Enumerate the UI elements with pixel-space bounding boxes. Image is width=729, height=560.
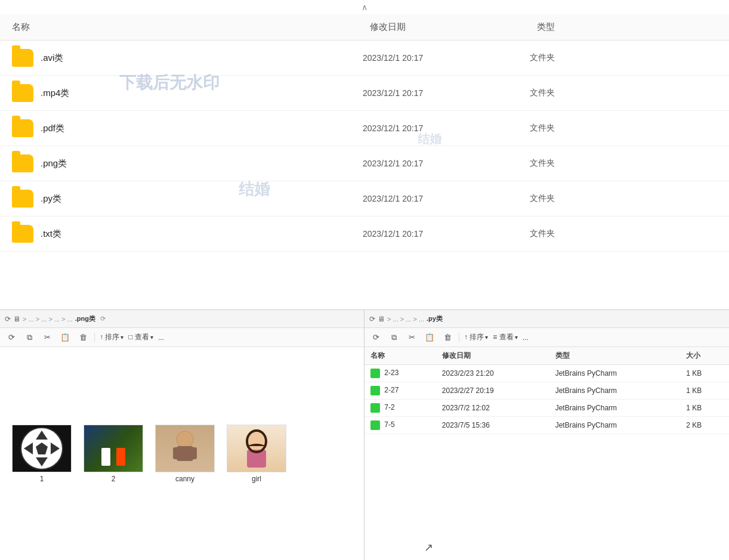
monitor-icon[interactable]: 🖥 xyxy=(13,315,20,323)
folder-row[interactable]: .mp4类 2023/12/1 20:17 文件夹 xyxy=(0,76,729,111)
thumb-label-1: 1 xyxy=(40,475,44,483)
py-sep1 xyxy=(459,333,459,342)
py-toolbar: ⟳ ⧉ ✂ 📋 🗑 ↑ 排序 ▾ ≡ 查看 ▾ ... xyxy=(364,328,729,347)
bottom-panels: ⟳ 🖥 > ... > ... > ... > ... .png类 ⟳ ⟳ ⧉ … xyxy=(0,310,729,560)
folder-row[interactable]: .png类 2023/12/1 20:17 文件夹 xyxy=(0,146,729,181)
py-tb-cut[interactable]: ✂ xyxy=(405,331,418,344)
png-tb-view[interactable]: □ 查看 ▾ xyxy=(128,332,153,342)
py-tb-back[interactable]: ⟳ xyxy=(369,331,382,344)
thumb-item-2[interactable]: 2 xyxy=(84,425,143,483)
folder-name: .txt类 xyxy=(41,228,363,240)
py-file-date: 2023/7/5 15:36 xyxy=(436,417,549,434)
py-file-size: 1 KB xyxy=(680,382,729,400)
folder-row[interactable]: .avi类 2023/12/1 20:17 文件夹 xyxy=(0,41,729,76)
py-file-date: 2023/2/23 21:20 xyxy=(436,365,549,382)
thumb-label-girl: girl xyxy=(252,475,261,483)
folder-icon xyxy=(12,49,33,67)
top-file-panel: ∧ 名称 修改日期 类型 下载后无水印 结婚 结婚 .avi类 2023/12/… xyxy=(0,0,729,310)
py-col-type[interactable]: 类型 xyxy=(549,347,680,365)
py-file-size: 2 KB xyxy=(680,417,729,434)
py-file-row[interactable]: 2-23 2023/2/23 21:20 JetBrains PyCharm 1… xyxy=(364,365,729,382)
thumb-img-2 xyxy=(84,425,143,472)
py-file-size: 1 KB xyxy=(680,365,729,382)
folder-name: .png类 xyxy=(41,158,363,169)
folder-type: 文件夹 xyxy=(530,158,555,169)
folder-date: 2023/12/1 20:17 xyxy=(363,159,530,168)
folder-icon xyxy=(12,225,33,243)
col-header-date[interactable]: 修改日期 xyxy=(370,21,537,33)
png-thumbnails: 1 2 cann xyxy=(0,347,364,560)
py-col-name[interactable]: 名称 xyxy=(364,347,436,365)
folder-list: .avi类 2023/12/1 20:17 文件夹 .mp4类 2023/12/… xyxy=(0,41,729,252)
png-tb-delete[interactable]: 🗑 xyxy=(76,331,89,344)
folder-date: 2023/12/1 20:17 xyxy=(363,88,530,98)
thumb-item-1[interactable]: 1 xyxy=(12,425,72,483)
py-panel: ⟳ 🖥 > ... > ... > ... .py类 ⟳ ⧉ ✂ 📋 🗑 ↑ 排… xyxy=(364,310,729,560)
folder-type: 文件夹 xyxy=(530,52,555,63)
py-tb-view[interactable]: ≡ 查看 ▾ xyxy=(493,332,517,342)
thumb-label-2: 2 xyxy=(112,475,116,483)
py-file-size: 1 KB xyxy=(680,400,729,417)
png-tb-cut[interactable]: ✂ xyxy=(41,331,54,344)
png-tb-back[interactable]: ⟳ xyxy=(5,331,18,344)
png-addr-prefix: > ... > ... > ... > ... xyxy=(23,315,73,323)
col-header-name[interactable]: 名称 xyxy=(12,21,370,33)
svg-rect-7 xyxy=(177,446,193,461)
py-addr-current: .py类 xyxy=(427,314,443,323)
png-tb-more[interactable]: ... xyxy=(158,333,164,342)
py-addressbar: ⟳ 🖥 > ... > ... > ... .py类 xyxy=(364,310,729,328)
folder-icon xyxy=(12,190,33,208)
png-toolbar: ⟳ ⧉ ✂ 📋 🗑 ↑ 排序 ▾ □ 查看 ▾ ... xyxy=(0,328,364,347)
column-headers: 名称 修改日期 类型 xyxy=(0,14,729,41)
py-file-type: JetBrains PyCharm xyxy=(549,382,680,400)
svg-rect-8 xyxy=(173,447,179,459)
thumb-item-canny[interactable]: canny xyxy=(155,425,215,483)
py-addr-prefix: > ... > ... > ... xyxy=(387,315,424,323)
folder-type: 文件夹 xyxy=(530,193,555,204)
png-tb-sort[interactable]: ↑ 排序 ▾ xyxy=(100,332,123,342)
folder-name: .avi类 xyxy=(41,52,363,64)
png-addressbar: ⟳ 🖥 > ... > ... > ... > ... .png类 ⟳ xyxy=(0,310,364,328)
py-tb-more[interactable]: ... xyxy=(523,333,529,342)
py-tb-paste[interactable]: 📋 xyxy=(423,331,436,344)
py-file-name: 7-5 xyxy=(364,417,436,434)
png-panel: ⟳ 🖥 > ... > ... > ... > ... .png类 ⟳ ⟳ ⧉ … xyxy=(0,310,364,560)
refresh-icon[interactable]: ⟳ xyxy=(5,315,11,323)
py-file-date: 2023/7/2 12:02 xyxy=(436,400,549,417)
py-file-type: JetBrains PyCharm xyxy=(549,365,680,382)
py-col-date[interactable]: 修改日期 xyxy=(436,347,549,365)
thumb-label-canny: canny xyxy=(175,475,194,483)
cursor-arrow: ↗ xyxy=(424,542,433,553)
py-monitor-icon[interactable]: 🖥 xyxy=(378,315,385,323)
py-file-row[interactable]: 2-27 2023/2/27 20:19 JetBrains PyCharm 1… xyxy=(364,382,729,400)
sep1 xyxy=(94,333,95,342)
folder-name: .py类 xyxy=(41,193,363,205)
folder-row[interactable]: .txt类 2023/12/1 20:17 文件夹 xyxy=(0,216,729,252)
py-file-date: 2023/2/27 20:19 xyxy=(436,382,549,400)
folder-row[interactable]: .py类 2023/12/1 20:17 文件夹 xyxy=(0,181,729,216)
py-file-type: JetBrains PyCharm xyxy=(549,400,680,417)
folder-date: 2023/12/1 20:17 xyxy=(363,229,530,239)
py-file-table: 名称 修改日期 类型 大小 2-23 2023/2/23 21:20 JetBr… xyxy=(364,347,729,535)
py-cursor-area: ↗ xyxy=(364,535,729,560)
svg-rect-9 xyxy=(191,447,197,459)
png-tb-copy[interactable]: ⧉ xyxy=(23,331,36,344)
thumb-img-canny xyxy=(155,425,215,472)
col-header-type[interactable]: 类型 xyxy=(537,21,555,33)
sort-arrow[interactable]: ∧ xyxy=(0,0,729,14)
py-file-row[interactable]: 7-5 2023/7/5 15:36 JetBrains PyCharm 2 K… xyxy=(364,417,729,434)
folder-date: 2023/12/1 20:17 xyxy=(363,194,530,203)
folder-row[interactable]: .pdf类 2023/12/1 20:17 文件夹 xyxy=(0,111,729,146)
folder-icon xyxy=(12,154,33,172)
py-file-row[interactable]: 7-2 2023/7/2 12:02 JetBrains PyCharm 1 K… xyxy=(364,400,729,417)
py-col-size[interactable]: 大小 xyxy=(680,347,729,365)
folder-type: 文件夹 xyxy=(530,88,555,98)
folder-date: 2023/12/1 20:17 xyxy=(363,123,530,133)
thumb-item-girl[interactable]: girl xyxy=(227,425,286,483)
png-refresh-right[interactable]: ⟳ xyxy=(100,315,106,323)
py-tb-copy[interactable]: ⧉ xyxy=(387,331,400,344)
py-refresh-icon[interactable]: ⟳ xyxy=(369,315,375,323)
py-tb-delete[interactable]: 🗑 xyxy=(441,331,454,344)
png-tb-paste[interactable]: 📋 xyxy=(58,331,72,344)
py-tb-sort[interactable]: ↑ 排序 ▾ xyxy=(464,332,488,342)
